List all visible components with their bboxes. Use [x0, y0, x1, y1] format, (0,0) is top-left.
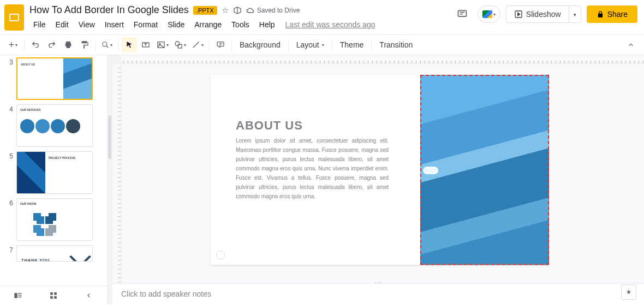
textbox-icon[interactable]: [138, 37, 153, 52]
svg-point-2: [103, 42, 107, 46]
share-button[interactable]: Share: [587, 5, 637, 23]
explore-icon[interactable]: [621, 285, 636, 300]
thumb-slide-7[interactable]: THANK YOU: [16, 245, 93, 262]
slideshow-button[interactable]: Slideshow: [506, 5, 569, 23]
transition-button[interactable]: Transition: [375, 40, 417, 49]
slide-canvas[interactable]: ABOUT US Lorem ipsum dolor sit amet, con…: [112, 64, 644, 284]
speaker-notes[interactable]: Click to add speaker notes: [112, 284, 644, 304]
svg-rect-16: [54, 296, 57, 299]
menu-edit[interactable]: Edit: [52, 18, 73, 31]
thumb-number: 4: [8, 104, 13, 147]
filmstrip-view-icon[interactable]: [10, 288, 26, 303]
thumb-slide-6[interactable]: OUR VISION: [16, 198, 93, 241]
svg-rect-10: [18, 293, 22, 293]
filmstrip-footer: [0, 286, 107, 304]
meet-button[interactable]: ▾: [478, 5, 500, 23]
move-icon[interactable]: [233, 6, 242, 15]
menu-format[interactable]: Format: [130, 18, 162, 31]
menu-tools[interactable]: Tools: [228, 18, 253, 31]
comments-icon[interactable]: [452, 4, 472, 24]
image-icon[interactable]: [154, 37, 171, 52]
slide-filmstrip[interactable]: 3 ABOUT US 4 OUR SERVICES 5 PROJECT PROC…: [0, 55, 107, 304]
slide-nav-icon[interactable]: [216, 251, 225, 259]
svg-point-6: [175, 42, 180, 46]
menu-file[interactable]: File: [29, 18, 50, 31]
menu-insert[interactable]: Insert: [101, 18, 128, 31]
slide-body-text[interactable]: Lorem ipsum dolor sit amet, consectetuer…: [236, 136, 389, 201]
slide-editor: ABOUT US Lorem ipsum dolor sit amet, con…: [112, 55, 644, 304]
print-icon[interactable]: [61, 37, 76, 52]
collapse-filmstrip-icon[interactable]: [81, 288, 97, 303]
saved-text: Saved to Drive: [257, 7, 300, 14]
paint-format-icon[interactable]: [77, 37, 92, 52]
meet-icon: [482, 10, 492, 18]
redo-icon[interactable]: [44, 37, 59, 52]
menu-arrange[interactable]: Arrange: [190, 18, 225, 31]
svg-rect-15: [50, 296, 53, 299]
thumb-number: 6: [8, 198, 13, 241]
line-icon[interactable]: [189, 37, 206, 52]
menu-view[interactable]: View: [75, 18, 99, 31]
doc-title[interactable]: How To Add Border In Google Slides: [29, 4, 189, 16]
thumb-title: OUR SERVICES: [20, 108, 41, 111]
menu-bar: File Edit View Insert Format Slide Arran…: [29, 18, 452, 31]
comment-icon[interactable]: [213, 37, 228, 52]
grid-view-icon[interactable]: [46, 288, 61, 303]
toolbar: + Background Layout Theme Transition: [0, 34, 644, 55]
thumb-title: THANK YOU: [21, 258, 50, 262]
thumb-number: 3: [8, 57, 13, 100]
slide[interactable]: ABOUT US Lorem ipsum dolor sit amet, con…: [211, 75, 549, 265]
svg-rect-17: [628, 291, 630, 293]
zoom-icon[interactable]: [99, 37, 115, 52]
horizontal-ruler[interactable]: [121, 55, 644, 64]
filetype-badge: .PPTX: [193, 6, 217, 15]
slides-app-icon[interactable]: [4, 4, 24, 31]
slideshow-dropdown[interactable]: ▾: [569, 5, 581, 23]
shape-icon[interactable]: [172, 37, 188, 52]
notes-placeholder: Click to add speaker notes: [121, 290, 211, 298]
background-button[interactable]: Background: [235, 40, 285, 49]
slideshow-label: Slideshow: [526, 10, 561, 19]
layout-button[interactable]: Layout: [292, 40, 329, 49]
share-label: Share: [607, 10, 628, 19]
select-tool-icon[interactable]: [122, 37, 137, 52]
svg-rect-0: [458, 10, 466, 16]
svg-rect-9: [14, 293, 17, 298]
svg-rect-8: [217, 42, 224, 46]
filmstrip-scrollbar[interactable]: [107, 55, 112, 304]
thumb-slide-3[interactable]: ABOUT US: [16, 57, 93, 100]
menu-help[interactable]: Help: [255, 18, 279, 31]
menu-slide[interactable]: Slide: [164, 18, 188, 31]
notes-resize-handle[interactable]: [372, 282, 385, 286]
star-icon[interactable]: ☆: [222, 5, 229, 15]
thumb-title: PROJECT PROCESS: [49, 156, 75, 160]
thumb-slide-5[interactable]: PROJECT PROCESS: [16, 151, 93, 194]
collapse-toolbar-icon[interactable]: [623, 37, 639, 52]
new-slide-button[interactable]: +: [5, 37, 21, 52]
svg-rect-14: [54, 292, 57, 295]
svg-rect-7: [178, 44, 182, 48]
slide-title[interactable]: ABOUT US: [236, 119, 303, 133]
last-edit-link[interactable]: Last edit was seconds ago: [285, 20, 375, 29]
header: How To Add Border In Google Slides .PPTX…: [0, 0, 644, 31]
thumb-slide-4[interactable]: OUR SERVICES: [16, 104, 93, 147]
thumb-number: 5: [8, 151, 13, 194]
svg-rect-12: [18, 297, 22, 297]
theme-button[interactable]: Theme: [336, 40, 368, 49]
undo-icon[interactable]: [28, 37, 43, 52]
svg-rect-13: [50, 292, 53, 295]
slide-image[interactable]: [420, 75, 549, 265]
thumb-title: ABOUT US: [21, 63, 35, 66]
cloud-saved[interactable]: Saved to Drive: [246, 7, 300, 14]
thumb-title: OUR VISION: [20, 202, 36, 205]
svg-rect-11: [18, 294, 22, 295]
thumb-number: 7: [8, 245, 13, 262]
